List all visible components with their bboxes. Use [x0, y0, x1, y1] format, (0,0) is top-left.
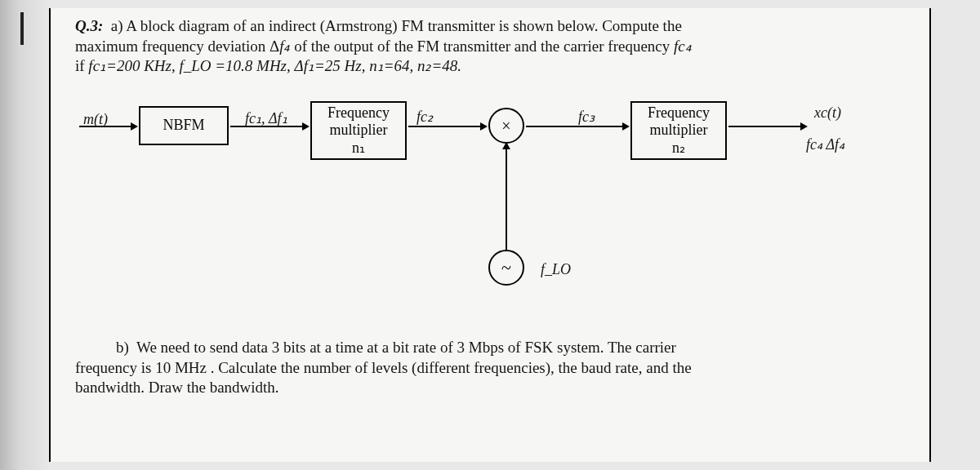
mixer-symbol: × [501, 117, 510, 135]
page-content: Q.3: a) A block diagram of an indirect (… [49, 8, 931, 462]
nbfm-text: NBFM [163, 117, 204, 135]
qb-line3: bandwidth. Draw the bandwidth. [75, 379, 279, 396]
mult2-block: Frequency multiplier n₂ [630, 101, 727, 160]
block-diagram: m(t) NBFM fc₁, Δf₁ Frequency multiplier … [75, 101, 906, 330]
mult1-mid: multiplier [330, 122, 388, 140]
sig2-label: fc₂ [416, 108, 433, 126]
arrow-1 [230, 126, 308, 127]
qa-sym1: f₄ [279, 38, 290, 55]
qb-line1: We need to send data 3 bits at a time at… [136, 339, 676, 356]
scan-artifact [20, 12, 24, 45]
mult2-mid: multiplier [650, 122, 708, 140]
arrow-3 [526, 126, 628, 127]
arrow-in [79, 126, 136, 127]
qa-line2b: of the output of the FM transmitter and … [290, 38, 674, 55]
nbfm-block: NBFM [139, 106, 229, 145]
qa-line3a: if [75, 57, 88, 74]
out-top-label: xc(t) [814, 104, 841, 122]
arrow-out [728, 126, 806, 127]
mult2-bot: n₂ [672, 140, 685, 157]
qa-sym2: fc₄ [674, 38, 692, 55]
qa-prefix: Q.3: [75, 17, 103, 34]
sig3-label: fc₃ [578, 108, 595, 126]
mixer-block: × [488, 108, 524, 144]
flo-label: f_LO [541, 261, 571, 278]
qb-label: b) [116, 339, 129, 356]
question-a: Q.3: a) A block diagram of an indirect (… [75, 16, 906, 77]
qa-line3b: fc₁=200 KHz, f_LO =10.8 MHz, Δf₁=25 Hz, … [88, 57, 461, 74]
osc-symbol: ~ [501, 257, 511, 278]
sig1-label: fc₁, Δf₁ [245, 109, 287, 127]
osc-block: ~ [488, 250, 524, 286]
varrow-osc [506, 144, 507, 250]
qa-line1: A block diagram of an indirect (Armstron… [126, 17, 682, 34]
arrow-2 [408, 126, 486, 127]
mult1-top: Frequency [327, 104, 390, 122]
qb-line2: frequency is 10 MHz . Calculate the numb… [75, 359, 692, 376]
page-shadow [0, 0, 49, 470]
qa-label: a) [111, 17, 123, 34]
mult1-bot: n₁ [352, 140, 365, 157]
question-b: b) We need to send data 3 bits at a time… [75, 338, 906, 398]
out-bot-label: fc₄ Δf₄ [806, 135, 844, 153]
mult1-block: Frequency multiplier n₁ [310, 101, 407, 160]
qa-line2a: maximum frequency deviation Δ [75, 38, 279, 55]
mult2-top: Frequency [648, 104, 710, 122]
